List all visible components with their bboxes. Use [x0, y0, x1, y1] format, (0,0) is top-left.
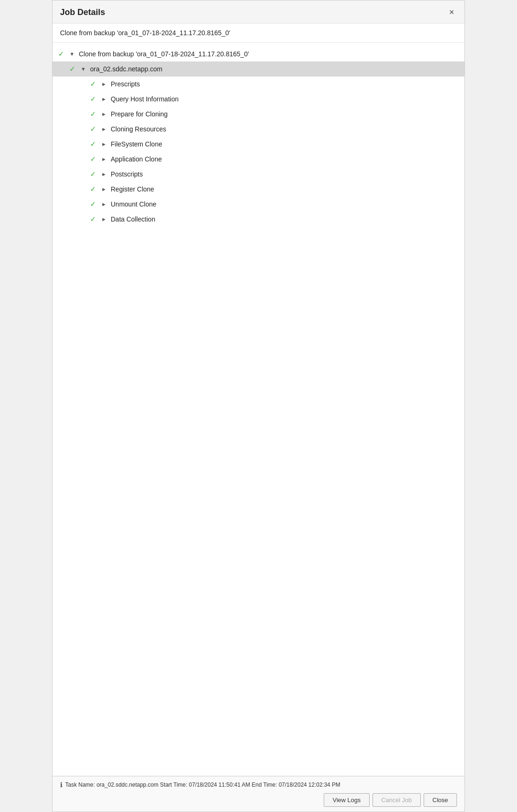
check-icon: ✓	[90, 110, 99, 118]
dialog-footer: ℹ Task Name: ora_02.sddc.netapp.com Star…	[53, 776, 464, 812]
task-item-query-host[interactable]: ✓ ► Query Host Information	[53, 92, 464, 107]
task-label: Prepare for Cloning	[111, 110, 167, 118]
host-label: ora_02.sddc.netapp.com	[90, 65, 162, 73]
task-item-register-clone[interactable]: ✓ ► Register Clone	[53, 182, 464, 197]
expand-icon[interactable]: ►	[101, 156, 108, 162]
expand-icon[interactable]: ►	[101, 126, 108, 132]
task-item-data-collection[interactable]: ✓ ► Data Collection	[53, 212, 464, 227]
expand-icon[interactable]: ►	[101, 216, 108, 222]
tree-host-item[interactable]: ✓ ▼ ora_02.sddc.netapp.com	[53, 61, 464, 77]
info-icon: ℹ	[60, 781, 62, 789]
check-icon: ✓	[90, 170, 99, 178]
task-label: Postscripts	[111, 170, 143, 178]
expand-icon[interactable]: ▼	[69, 51, 76, 57]
check-icon: ✓	[90, 155, 99, 163]
root-label: Clone from backup 'ora_01_07-18-2024_11.…	[79, 50, 249, 58]
tree-root-item[interactable]: ✓ ▼ Clone from backup 'ora_01_07-18-2024…	[53, 46, 464, 61]
task-label: Unmount Clone	[111, 200, 156, 208]
check-icon: ✓	[90, 215, 99, 223]
view-logs-button[interactable]: View Logs	[324, 793, 370, 807]
check-icon: ✓	[58, 50, 67, 58]
job-tree: ✓ ▼ Clone from backup 'ora_01_07-18-2024…	[53, 43, 464, 776]
check-icon: ✓	[69, 65, 78, 73]
task-info-text: Task Name: ora_02.sddc.netapp.com Start …	[65, 781, 340, 788]
check-icon: ✓	[90, 140, 99, 148]
expand-icon[interactable]: ►	[101, 171, 108, 177]
expand-icon[interactable]: ►	[101, 96, 108, 102]
dialog-header: Job Details ×	[53, 0, 464, 23]
task-label: Cloning Resources	[111, 125, 166, 133]
expand-icon[interactable]: ►	[101, 141, 108, 147]
task-label: Data Collection	[111, 215, 155, 223]
expand-icon[interactable]: ►	[101, 186, 108, 192]
check-icon: ✓	[90, 80, 99, 88]
footer-buttons: View Logs Cancel Job Close	[60, 793, 457, 807]
task-info: ℹ Task Name: ora_02.sddc.netapp.com Star…	[60, 781, 457, 789]
task-item-unmount-clone[interactable]: ✓ ► Unmount Clone	[53, 197, 464, 212]
task-item-cloning-resources[interactable]: ✓ ► Cloning Resources	[53, 122, 464, 137]
task-label: Query Host Information	[111, 95, 179, 103]
check-icon: ✓	[90, 185, 99, 193]
cancel-job-button[interactable]: Cancel Job	[373, 793, 421, 807]
check-icon: ✓	[90, 125, 99, 133]
check-icon: ✓	[90, 200, 99, 208]
close-icon-button[interactable]: ×	[446, 7, 457, 17]
expand-icon[interactable]: ►	[101, 81, 108, 87]
task-item-filesystem-clone[interactable]: ✓ ► FileSystem Clone	[53, 137, 464, 152]
task-label: Register Clone	[111, 185, 154, 193]
task-item-application-clone[interactable]: ✓ ► Application Clone	[53, 152, 464, 167]
task-label: Prescripts	[111, 80, 140, 88]
task-label: Application Clone	[111, 155, 162, 163]
check-icon: ✓	[90, 95, 99, 103]
expand-icon[interactable]: ►	[101, 111, 108, 117]
task-label: FileSystem Clone	[111, 140, 162, 148]
task-item-prepare-cloning[interactable]: ✓ ► Prepare for Cloning	[53, 107, 464, 122]
task-item-prescripts[interactable]: ✓ ► Prescripts	[53, 77, 464, 92]
task-item-postscripts[interactable]: ✓ ► Postscripts	[53, 167, 464, 182]
dialog-title: Job Details	[60, 8, 105, 17]
dialog-subtitle: Clone from backup 'ora_01_07-18-2024_11.…	[53, 23, 464, 43]
close-button[interactable]: Close	[424, 793, 457, 807]
job-details-dialog: Job Details × Clone from backup 'ora_01_…	[52, 0, 465, 812]
expand-icon[interactable]: ▼	[81, 66, 87, 72]
expand-icon[interactable]: ►	[101, 201, 108, 207]
